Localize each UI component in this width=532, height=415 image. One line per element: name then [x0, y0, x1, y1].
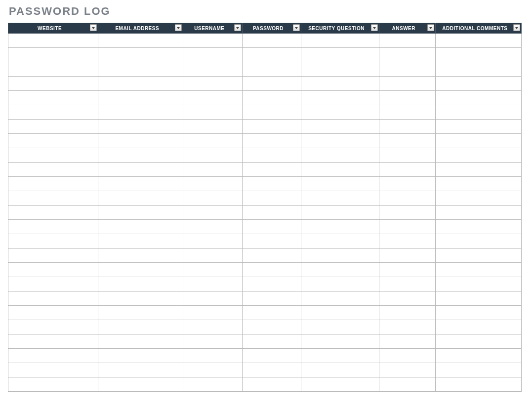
- cell-comments[interactable]: [435, 134, 521, 148]
- cell-username[interactable]: [183, 334, 243, 349]
- cell-website[interactable]: [8, 120, 98, 134]
- cell-password[interactable]: [243, 206, 301, 220]
- col-header-password[interactable]: PASSWORD: [243, 23, 301, 34]
- cell-password[interactable]: [243, 363, 301, 377]
- cell-website[interactable]: [8, 306, 98, 320]
- cell-answer[interactable]: [379, 105, 435, 120]
- cell-username[interactable]: [183, 148, 243, 163]
- cell-username[interactable]: [183, 306, 243, 320]
- col-header-answer[interactable]: ANSWER: [379, 23, 435, 34]
- cell-username[interactable]: [183, 291, 243, 306]
- cell-password[interactable]: [243, 291, 301, 306]
- cell-answer[interactable]: [379, 34, 435, 48]
- cell-username[interactable]: [183, 220, 243, 234]
- cell-username[interactable]: [183, 191, 243, 206]
- cell-website[interactable]: [8, 48, 98, 62]
- cell-comments[interactable]: [435, 177, 521, 191]
- cell-secq[interactable]: [301, 120, 379, 134]
- cell-password[interactable]: [243, 62, 301, 77]
- cell-website[interactable]: [8, 249, 98, 263]
- cell-email[interactable]: [98, 277, 183, 291]
- cell-secq[interactable]: [301, 77, 379, 91]
- col-header-security-question[interactable]: SECURITY QUESTION: [301, 23, 379, 34]
- filter-dropdown-icon[interactable]: [90, 24, 97, 31]
- cell-answer[interactable]: [379, 234, 435, 249]
- cell-answer[interactable]: [379, 134, 435, 148]
- cell-username[interactable]: [183, 48, 243, 62]
- filter-dropdown-icon[interactable]: [513, 24, 520, 31]
- filter-dropdown-icon[interactable]: [427, 24, 434, 31]
- cell-answer[interactable]: [379, 291, 435, 306]
- cell-answer[interactable]: [379, 320, 435, 334]
- cell-secq[interactable]: [301, 349, 379, 363]
- cell-password[interactable]: [243, 77, 301, 91]
- cell-password[interactable]: [243, 163, 301, 177]
- cell-password[interactable]: [243, 349, 301, 363]
- cell-website[interactable]: [8, 91, 98, 105]
- cell-comments[interactable]: [435, 148, 521, 163]
- cell-password[interactable]: [243, 277, 301, 291]
- cell-answer[interactable]: [379, 177, 435, 191]
- cell-secq[interactable]: [301, 291, 379, 306]
- cell-username[interactable]: [183, 263, 243, 277]
- cell-comments[interactable]: [435, 363, 521, 377]
- cell-secq[interactable]: [301, 48, 379, 62]
- cell-secq[interactable]: [301, 377, 379, 392]
- cell-password[interactable]: [243, 120, 301, 134]
- cell-website[interactable]: [8, 77, 98, 91]
- cell-comments[interactable]: [435, 77, 521, 91]
- cell-password[interactable]: [243, 191, 301, 206]
- cell-answer[interactable]: [379, 62, 435, 77]
- cell-email[interactable]: [98, 163, 183, 177]
- cell-answer[interactable]: [379, 363, 435, 377]
- cell-secq[interactable]: [301, 134, 379, 148]
- cell-username[interactable]: [183, 363, 243, 377]
- cell-answer[interactable]: [379, 206, 435, 220]
- cell-website[interactable]: [8, 320, 98, 334]
- cell-website[interactable]: [8, 334, 98, 349]
- cell-username[interactable]: [183, 249, 243, 263]
- cell-answer[interactable]: [379, 349, 435, 363]
- cell-comments[interactable]: [435, 234, 521, 249]
- cell-comments[interactable]: [435, 62, 521, 77]
- cell-comments[interactable]: [435, 91, 521, 105]
- cell-username[interactable]: [183, 77, 243, 91]
- cell-comments[interactable]: [435, 249, 521, 263]
- cell-website[interactable]: [8, 177, 98, 191]
- cell-email[interactable]: [98, 206, 183, 220]
- cell-email[interactable]: [98, 191, 183, 206]
- cell-comments[interactable]: [435, 306, 521, 320]
- cell-username[interactable]: [183, 349, 243, 363]
- cell-email[interactable]: [98, 177, 183, 191]
- cell-secq[interactable]: [301, 249, 379, 263]
- cell-password[interactable]: [243, 148, 301, 163]
- cell-secq[interactable]: [301, 320, 379, 334]
- cell-answer[interactable]: [379, 91, 435, 105]
- cell-website[interactable]: [8, 134, 98, 148]
- cell-answer[interactable]: [379, 77, 435, 91]
- cell-email[interactable]: [98, 91, 183, 105]
- cell-email[interactable]: [98, 334, 183, 349]
- cell-password[interactable]: [243, 134, 301, 148]
- cell-secq[interactable]: [301, 148, 379, 163]
- cell-email[interactable]: [98, 134, 183, 148]
- filter-dropdown-icon[interactable]: [293, 24, 300, 31]
- cell-username[interactable]: [183, 177, 243, 191]
- cell-password[interactable]: [243, 377, 301, 392]
- cell-secq[interactable]: [301, 234, 379, 249]
- cell-website[interactable]: [8, 191, 98, 206]
- cell-secq[interactable]: [301, 105, 379, 120]
- cell-email[interactable]: [98, 77, 183, 91]
- cell-secq[interactable]: [301, 263, 379, 277]
- cell-secq[interactable]: [301, 220, 379, 234]
- cell-answer[interactable]: [379, 277, 435, 291]
- cell-password[interactable]: [243, 177, 301, 191]
- cell-comments[interactable]: [435, 191, 521, 206]
- cell-answer[interactable]: [379, 263, 435, 277]
- cell-secq[interactable]: [301, 34, 379, 48]
- cell-answer[interactable]: [379, 249, 435, 263]
- cell-username[interactable]: [183, 120, 243, 134]
- cell-password[interactable]: [243, 105, 301, 120]
- cell-answer[interactable]: [379, 334, 435, 349]
- cell-email[interactable]: [98, 377, 183, 392]
